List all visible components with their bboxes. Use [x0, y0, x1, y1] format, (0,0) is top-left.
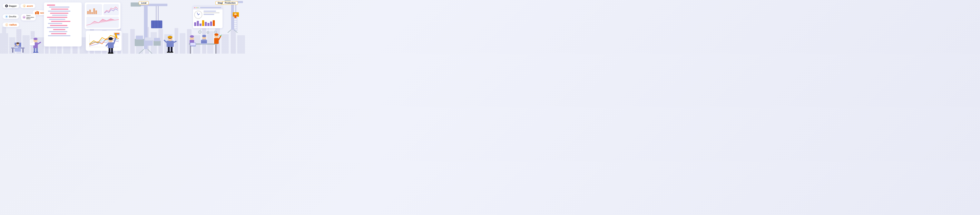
svg-text:a: a	[24, 5, 25, 7]
acorn-icon: a	[23, 5, 26, 7]
svg-rect-80	[108, 42, 114, 48]
people-group-illustration	[183, 29, 224, 54]
svg-rect-60	[14, 47, 18, 48]
radius-icon: r	[5, 23, 8, 26]
devfile-badge: ⚙ Devfile	[3, 14, 19, 19]
main-scene: Dagger a acorn score ⚙ Devfile	[0, 0, 245, 54]
screen-content	[193, 10, 223, 27]
oam-label: Open Application Model	[26, 15, 34, 20]
svg-line-103	[148, 49, 152, 54]
svg-point-162	[202, 35, 206, 37]
acorn-label: acorn	[27, 5, 33, 7]
svg-rect-97	[136, 36, 143, 40]
svg-rect-160	[190, 43, 196, 46]
radius-badge: r radius	[3, 22, 19, 27]
svg-point-79	[110, 53, 113, 54]
production-label: Production	[223, 1, 238, 5]
svg-rect-108	[167, 41, 174, 47]
devfile-label: Devfile	[9, 15, 16, 18]
svg-line-67	[38, 42, 40, 44]
svg-rect-165	[201, 40, 207, 43]
svg-rect-168	[214, 38, 219, 44]
svg-rect-50	[22, 48, 24, 53]
svg-line-110	[174, 42, 176, 42]
svg-point-113	[168, 36, 172, 38]
person-pencil-illustration	[104, 31, 118, 54]
svg-rect-96	[135, 39, 144, 46]
svg-rect-155	[215, 45, 216, 54]
svg-point-107	[170, 51, 173, 53]
svg-point-59	[14, 45, 15, 46]
svg-line-84	[106, 44, 108, 46]
svg-rect-34	[237, 35, 245, 54]
person-desk-illustration	[10, 35, 25, 53]
dashboard-card-2	[103, 4, 119, 15]
svg-rect-99	[145, 37, 152, 40]
svg-rect-150	[234, 15, 236, 18]
dashboard-cards-panel	[85, 2, 121, 29]
svg-rect-54	[15, 48, 21, 51]
clock-widget	[194, 11, 202, 19]
svg-rect-33	[231, 29, 236, 54]
dagger-icon	[5, 5, 8, 7]
dagger-badge: Dagger	[3, 4, 19, 8]
svg-point-167	[215, 34, 218, 36]
svg-point-86	[108, 37, 113, 40]
svg-point-63	[33, 52, 36, 53]
score-icon	[35, 11, 39, 14]
dashboard-card-1	[86, 4, 102, 15]
svg-rect-101	[154, 38, 160, 41]
svg-rect-41	[38, 11, 39, 14]
svg-point-64	[35, 52, 38, 53]
screen-header	[193, 6, 223, 10]
svg-point-73	[33, 38, 38, 40]
svg-line-102	[139, 49, 144, 54]
svg-text:⚙: ⚙	[6, 16, 7, 18]
svg-line-140	[228, 30, 231, 33]
svg-point-157	[190, 35, 194, 38]
svg-rect-104	[168, 46, 170, 52]
production-screen	[193, 6, 223, 28]
production-crane-illustration	[223, 0, 243, 33]
svg-rect-40	[37, 11, 38, 14]
acorn-badge: a acorn	[21, 4, 35, 8]
radius-label: radius	[10, 23, 17, 26]
svg-text:r: r	[6, 24, 7, 26]
local-label: Local	[139, 1, 149, 5]
person-paper-illustration	[30, 32, 41, 53]
mini-bar-chart	[194, 20, 221, 26]
svg-rect-98	[145, 40, 153, 46]
person-warehouse-illustration	[163, 30, 178, 53]
svg-line-109	[164, 40, 167, 42]
svg-line-169	[219, 36, 221, 40]
svg-rect-105	[171, 46, 172, 52]
dagger-label: Dagger	[9, 5, 17, 7]
oam-icon: Ω	[23, 16, 25, 19]
devfile-icon: ⚙	[5, 15, 8, 18]
svg-text:Ω: Ω	[24, 16, 25, 18]
oam-badge: Ω Open Application Model	[21, 14, 36, 21]
svg-rect-39	[35, 12, 36, 14]
svg-rect-100	[154, 40, 161, 46]
svg-rect-49	[12, 48, 13, 53]
svg-line-81	[114, 37, 116, 44]
dashboard-chart-area	[86, 17, 119, 28]
svg-point-57	[16, 42, 19, 44]
code-panel	[44, 2, 82, 47]
svg-rect-92	[151, 21, 162, 28]
